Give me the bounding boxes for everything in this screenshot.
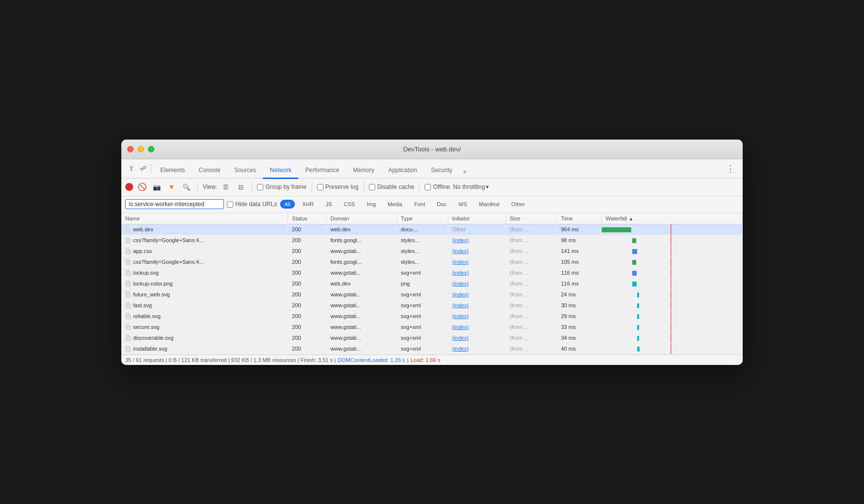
list-view-icon[interactable]: ☰ <box>220 181 232 193</box>
filter-manifest[interactable]: Manifest <box>474 200 504 209</box>
col-type[interactable]: Type <box>396 213 448 224</box>
cell-time: 29 ms <box>557 311 602 322</box>
group-by-frame-checkbox[interactable] <box>257 184 263 190</box>
table-row[interactable]: fast.svg200www.gstati...svg+xml(index)(f… <box>121 300 743 311</box>
file-icon <box>125 269 131 276</box>
tab-security[interactable]: Security <box>424 164 459 179</box>
cell-waterfall <box>602 289 743 300</box>
tab-more-button[interactable]: » <box>459 165 470 179</box>
preserve-log-label[interactable]: Preserve log <box>317 183 359 190</box>
col-time[interactable]: Time <box>557 213 602 224</box>
col-initiator[interactable]: Initiator <box>448 213 505 224</box>
filter-css[interactable]: CSS <box>339 200 360 209</box>
waterfall-bar <box>632 260 636 265</box>
status-load: Load: 1.66 s <box>410 357 440 363</box>
cell-domain: www.gstati... <box>326 322 397 332</box>
cell-waterfall <box>602 322 743 332</box>
group-by-frame-label[interactable]: Group by frame <box>257 183 306 190</box>
tab-application[interactable]: Application <box>381 164 424 179</box>
cell-time: 30 ms <box>557 300 602 311</box>
filter-icon[interactable]: ▼ <box>166 181 178 193</box>
col-status[interactable]: Status <box>288 213 326 224</box>
tab-elements[interactable]: Elements <box>153 164 192 179</box>
filter-js[interactable]: JS <box>321 200 336 209</box>
file-icon <box>125 280 131 287</box>
filter-ws[interactable]: WS <box>454 200 472 209</box>
col-name[interactable]: Name <box>121 213 288 224</box>
devtools-menu-button[interactable]: ⋮ <box>722 163 739 174</box>
cell-waterfall <box>602 267 743 278</box>
device-icon[interactable]: ☍ <box>137 163 149 175</box>
table-row[interactable]: lockup-color.png200web.devpng(index)(fro… <box>121 278 743 289</box>
preserve-log-checkbox[interactable] <box>317 184 324 190</box>
stop-icon[interactable]: 🚫 <box>136 181 148 193</box>
col-domain[interactable]: Domain <box>326 213 397 224</box>
col-waterfall[interactable]: Waterfall ▲ <box>602 213 743 224</box>
filter-font[interactable]: Font <box>410 200 430 209</box>
camera-icon[interactable]: 📷 <box>151 181 163 193</box>
tab-performance[interactable]: Performance <box>298 164 346 179</box>
disable-cache-checkbox[interactable] <box>369 184 375 190</box>
filter-input[interactable] <box>125 199 224 209</box>
table-row[interactable]: web.dev200web.devdocu...Other(from ...96… <box>121 224 743 235</box>
cell-status: 200 <box>288 267 326 278</box>
cell-time: 964 ms <box>557 224 602 235</box>
cell-size: (from ... <box>505 267 557 278</box>
hide-data-urls-checkbox[interactable] <box>227 201 233 208</box>
file-icon <box>125 324 131 330</box>
tab-memory[interactable]: Memory <box>346 164 381 179</box>
search-icon[interactable]: 🔍 <box>180 181 192 193</box>
record-button[interactable] <box>125 183 133 191</box>
maximize-button[interactable] <box>148 146 154 152</box>
disable-cache-label[interactable]: Disable cache <box>369 183 414 190</box>
waterfall-redline <box>671 289 671 300</box>
offline-label[interactable]: Offline <box>425 183 450 190</box>
filter-img[interactable]: Img <box>362 200 380 209</box>
waterfall-bar <box>637 292 639 297</box>
minimize-button[interactable] <box>138 146 144 152</box>
cell-size: (from ... <box>505 278 557 289</box>
tab-sources[interactable]: Sources <box>227 164 263 179</box>
table-row[interactable]: app.css200www.gstati...styles...(index)(… <box>121 246 743 256</box>
detail-view-icon[interactable]: ⊟ <box>235 181 247 193</box>
col-size[interactable]: Size <box>505 213 557 224</box>
cell-initiator: (index) <box>448 267 505 278</box>
close-button[interactable] <box>127 146 134 152</box>
waterfall-bar <box>637 336 639 341</box>
cell-name: css?family=Google+Sans:4... <box>121 256 288 267</box>
table-row[interactable]: future_web.svg200www.gstati...svg+xml(in… <box>121 289 743 300</box>
cell-type: svg+xml <box>396 289 448 300</box>
table-row[interactable]: css?family=Google+Sans:4...200fonts.goog… <box>121 256 743 267</box>
tabs-list: Elements Console Sources Network Perform… <box>153 159 722 178</box>
cell-size: (from ... <box>505 224 557 235</box>
waterfall-bar <box>632 271 637 276</box>
offline-checkbox[interactable] <box>425 184 431 190</box>
filter-other[interactable]: Other <box>507 200 530 209</box>
table-row[interactable]: reliable.svg200www.gstati...svg+xml(inde… <box>121 311 743 322</box>
table-row[interactable]: css?family=Google+Sans:4...200fonts.goog… <box>121 235 743 246</box>
filter-doc[interactable]: Doc <box>432 200 451 209</box>
cell-name: web.dev <box>121 224 288 235</box>
cell-domain: www.gstati... <box>326 289 397 300</box>
filter-all[interactable]: All <box>280 200 295 209</box>
cell-status: 200 <box>288 311 326 322</box>
cell-size: (from ... <box>505 343 557 354</box>
table-row[interactable]: lockup.svg200www.gstati...svg+xml(index)… <box>121 267 743 278</box>
status-bar: 35 / 61 requests | 0 B / 121 KB transfer… <box>121 355 743 365</box>
network-table-container: Name Status Domain Type Initiator Size T… <box>121 213 743 355</box>
cell-waterfall <box>602 343 743 354</box>
table-row[interactable]: installable.svg200www.gstati...svg+xml(i… <box>121 343 743 354</box>
filter-xhr[interactable]: XHR <box>298 200 318 209</box>
cursor-icon[interactable]: ⇪ <box>125 163 137 175</box>
cell-waterfall <box>602 300 743 311</box>
throttling-selector[interactable]: No throttling ▾ <box>453 183 489 190</box>
table-row[interactable]: secure.svg200www.gstati...svg+xml(index)… <box>121 322 743 332</box>
cell-type: svg+xml <box>396 267 448 278</box>
cell-status: 200 <box>288 224 326 235</box>
hide-data-urls-label[interactable]: Hide data URLs <box>227 201 277 208</box>
tab-console[interactable]: Console <box>192 164 227 179</box>
table-row[interactable]: discoverable.svg200www.gstati...svg+xml(… <box>121 332 743 343</box>
file-icon <box>125 291 131 298</box>
filter-media[interactable]: Media <box>383 200 407 209</box>
tab-network[interactable]: Network <box>263 164 298 179</box>
